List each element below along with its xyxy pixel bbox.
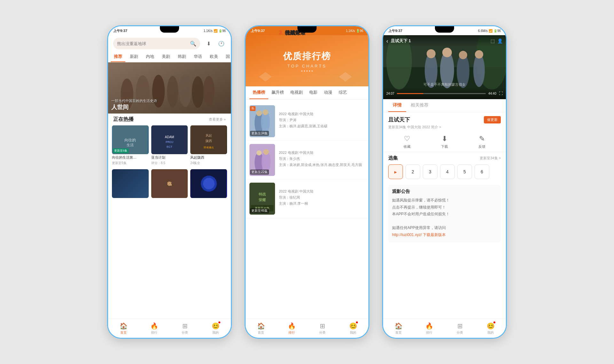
tab-related[interactable]: 相关推荐 xyxy=(406,99,433,112)
home-content: 🔍 ⬇ 🕐 推荐 新剧 内地 美剧 韩剧 华语 欧美 国 xyxy=(108,35,231,319)
tab-new[interactable]: 新剧 xyxy=(127,52,141,62)
show-card-5[interactable]: 临 xyxy=(151,169,188,198)
chart-subtitle: TOP CHARTS xyxy=(287,64,327,68)
show-card-2[interactable]: ADAM PROJ ECT 亚当计划 评分：8.5 xyxy=(151,125,188,165)
tab-korean[interactable]: 韩剧 xyxy=(175,52,189,62)
detail-scroll-content: 且试天下 更新至34集 中国大陆 2022 简介 > 催更新 ♡ 收藏 ⬇ 下载… xyxy=(383,112,506,319)
episode-btn-1[interactable]: ▸ xyxy=(388,164,403,179)
show-card-3[interactable]: 风起 陇西 即将播出 风起陇西 24集全 xyxy=(190,125,227,165)
svg-point-53 xyxy=(473,54,485,87)
time-2: 上午9:37 xyxy=(251,28,265,33)
search-bar[interactable]: 🔍 xyxy=(113,38,200,49)
chart-item-1[interactable]: 热 更新至34集 1. 且试天下 2022 电视剧 中国大陆 导演：尹涛 主演：… xyxy=(246,102,368,141)
update-button[interactable]: 催更新 xyxy=(484,116,501,123)
history-button[interactable]: 🕐 xyxy=(217,39,226,48)
video-title-text: 且试天下 1 xyxy=(391,38,488,44)
fullscreen-icon[interactable]: ⛶ xyxy=(499,91,503,96)
tab-western[interactable]: 欧美 xyxy=(207,52,221,62)
see-more-link[interactable]: 查看更多 » xyxy=(209,117,226,122)
chart-thumb-1: 热 更新至34集 xyxy=(249,105,275,137)
nav-home-label-2: 首页 xyxy=(258,330,264,335)
video-title-bar: ‹ 且试天下 1 ⬚ 👤 xyxy=(383,35,506,47)
svg-text:生活: 生活 xyxy=(127,143,134,147)
nav-rank-1[interactable]: 🔥 排行 xyxy=(146,322,162,335)
chart-tab-movie[interactable]: 电影 xyxy=(306,86,321,99)
episode-btn-6[interactable]: 6 xyxy=(475,164,489,179)
episode-btn-2[interactable]: 2 xyxy=(405,164,420,179)
hot-badge-1: 热 xyxy=(250,106,256,111)
tab-us[interactable]: 美剧 xyxy=(159,52,173,62)
svg-text:ECT: ECT xyxy=(167,145,173,148)
svg-point-5 xyxy=(167,76,178,107)
tab-more[interactable]: 国 xyxy=(223,52,231,62)
nav-home-2[interactable]: 🏠 首页 xyxy=(253,322,269,335)
battery-3: 🔋96 xyxy=(493,29,501,33)
ep-num-6: 6 xyxy=(481,169,483,174)
nav-category-1[interactable]: ⊞ 分类 xyxy=(177,322,193,335)
banner[interactable]: 一部当代中国百姓的生活史诗 人世间 xyxy=(108,62,231,114)
chart-item-3[interactable]: 特战 荣耀 更新至46集 更新至46集 3. 特战荣耀 2022 电视剧 xyxy=(246,179,368,218)
show-card-1[interactable]: 向往的 生活 更新至5集 向往的生活第… 更新至5集 xyxy=(112,125,149,165)
download-button[interactable]: ⬇ xyxy=(204,39,213,48)
chart-info-3: 3. 特战荣耀 2022 电视剧 中国大陆 导演：徐纪周 主演：杨洋,李一桐 xyxy=(279,183,365,215)
chart-item-2[interactable]: 更新至22集 2. 祝卿好 2022 电视剧 中国大陆 导演：朱少杰 主演：袁冰… xyxy=(246,141,368,179)
nav-rank-2[interactable]: 🔥 排行 xyxy=(284,322,300,335)
tab-chinese[interactable]: 华语 xyxy=(191,52,205,62)
chart-tab-variety[interactable]: 综艺 xyxy=(335,86,350,99)
nav-home-3[interactable]: 🏠 首页 xyxy=(390,322,406,335)
show-card-4[interactable] xyxy=(112,169,149,198)
progress-bar[interactable] xyxy=(397,93,486,94)
tab-recommended[interactable]: 推荐 xyxy=(111,52,125,62)
tab-mainland[interactable]: 内地 xyxy=(143,52,157,62)
chart-tab-tv[interactable]: 电视剧 xyxy=(287,86,306,99)
nav-mine-3[interactable]: 😊 我的 xyxy=(483,322,499,335)
mine-icon-3: 😊 xyxy=(487,322,495,330)
badge-dot-2 xyxy=(356,321,358,323)
show-meta-3: 24集全 xyxy=(190,161,227,165)
user-icon[interactable]: 👤 xyxy=(497,38,503,44)
chart-tab-rising[interactable]: 飙升榜 xyxy=(268,86,287,99)
show-cover-2: ADAM PROJ ECT xyxy=(152,125,187,154)
nav-rank-label-3: 排行 xyxy=(426,330,432,335)
nav-category-3[interactable]: ⊞ 分类 xyxy=(452,322,468,335)
category-icon-3: ⊞ xyxy=(457,322,463,330)
episode-btn-3[interactable]: 3 xyxy=(423,164,437,179)
nav-home-1[interactable]: 🏠 首页 xyxy=(115,322,131,335)
nav-rank-3[interactable]: 🔥 排行 xyxy=(421,322,437,335)
signal-1: 1.1K/s xyxy=(204,29,213,33)
show-card-6[interactable] xyxy=(190,169,227,198)
svg-text:临: 临 xyxy=(167,181,172,186)
action-collect[interactable]: ♡ 收藏 xyxy=(404,135,411,149)
svg-text:特战: 特战 xyxy=(258,192,266,196)
tab-detail[interactable]: 详情 xyxy=(388,99,406,112)
bottom-nav-1: 🏠 首页 🔥 排行 ⊞ 分类 😊 我的 xyxy=(108,319,231,338)
video-player[interactable]: ‹ 且试天下 1 ⬚ 👤 24:07 44:40 ⛶ 可不是手不离鞍的蒙古倡女 xyxy=(383,35,506,99)
status-icons-1: 1.1K/s 📶 🔋96 xyxy=(204,29,226,33)
nav-mine-1[interactable]: 😊 我的 xyxy=(208,322,224,335)
episode-btn-4[interactable]: 4 xyxy=(440,164,455,179)
hot-grid-1: 向往的 生活 更新至5集 向往的生活第… 更新至5集 ADAM PROJ xyxy=(108,124,231,167)
show-cover-5: 临 xyxy=(152,169,187,198)
back-button[interactable]: ‹ xyxy=(386,38,388,44)
show-label-1: 更新至5集 xyxy=(113,148,129,153)
search-icon[interactable]: 🔍 xyxy=(190,41,196,47)
nav-category-2[interactable]: ⊞ 分类 xyxy=(314,322,330,335)
chart-tab-anime[interactable]: 动漫 xyxy=(321,86,335,99)
episodes-more[interactable]: 更新至34集 > xyxy=(480,156,501,161)
notch-3 xyxy=(435,26,454,33)
notice-link[interactable]: http://iuzi001.xyz/ 下载最新版本 xyxy=(392,233,446,237)
episodes-title: 选集 xyxy=(388,155,398,161)
svg-point-31 xyxy=(256,110,262,116)
episode-btn-5[interactable]: 5 xyxy=(457,164,472,179)
nav-mine-label-3: 我的 xyxy=(487,330,494,335)
chart-tab-hot[interactable]: 热播榜 xyxy=(249,86,268,99)
action-feedback[interactable]: ✎ 反馈 xyxy=(478,135,485,149)
nav-mine-2[interactable]: 😊 我的 xyxy=(345,322,361,335)
action-download[interactable]: ⬇ 下载 xyxy=(441,135,448,149)
show-name-3: 风起陇西 xyxy=(190,155,227,160)
show-name-2: 亚当计划 xyxy=(151,155,188,160)
search-input[interactable] xyxy=(117,41,187,46)
cast-icon[interactable]: ⬚ xyxy=(491,38,495,44)
charts-content: 优质排行榜 TOP CHARTS 热播榜 飙升榜 电视剧 电影 动漫 综艺 xyxy=(246,35,368,319)
detail-show-meta: 更新至34集 中国大陆 2022 简介 > xyxy=(388,125,441,130)
